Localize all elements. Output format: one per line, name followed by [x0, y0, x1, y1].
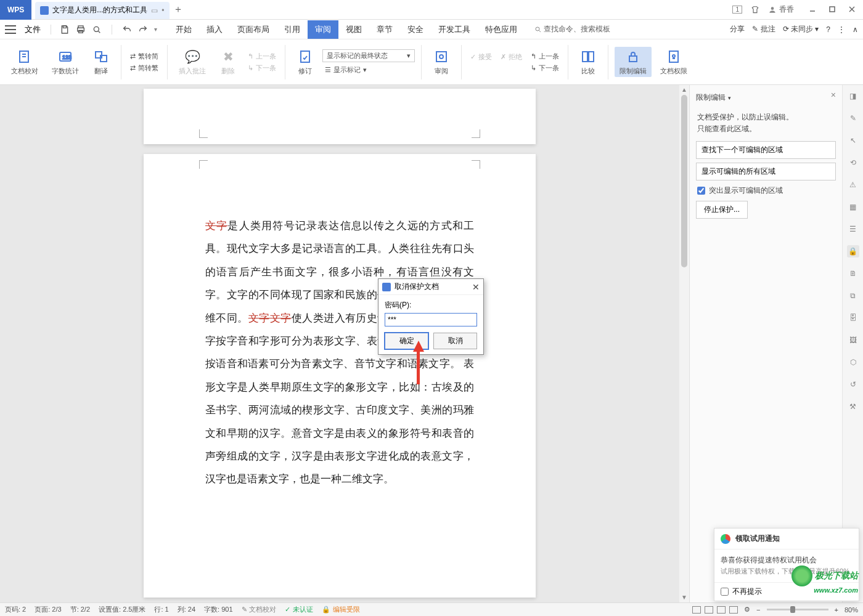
save-icon[interactable] — [60, 25, 70, 34]
ribbon-permissions[interactable]: 文档权限 — [655, 47, 692, 77]
maximize-button[interactable] — [828, 6, 837, 14]
ok-button[interactable]: 确定 — [385, 333, 428, 349]
menu-more-icon[interactable]: ⋮ — [838, 25, 845, 34]
dialog-titlebar[interactable]: 取消保护文档 ✕ — [378, 279, 483, 295]
scroll-down-icon[interactable]: ▼ — [679, 593, 689, 602]
show-all-regions-button[interactable]: 显示可编辑的所有区域 — [696, 163, 836, 180]
stop-protection-button[interactable]: 停止保护... — [696, 201, 748, 219]
markup-view-dropdown[interactable]: 显示标记的最终状态▾ — [322, 49, 415, 62]
status-row[interactable]: 行: 1 — [154, 605, 168, 614]
settings-icon[interactable]: ⚙ — [744, 606, 750, 614]
badge-icon[interactable]: 1 — [732, 6, 742, 14]
status-page-no[interactable]: 页码: 2 — [5, 605, 26, 614]
ribbon-reject[interactable]: ✗ 拒绝 — [498, 52, 525, 62]
tab-reference[interactable]: 引用 — [277, 20, 308, 39]
user-avatar[interactable]: 香香 — [768, 4, 794, 15]
ribbon-show-markup[interactable]: ☰ 显示标记 ▾ — [322, 65, 415, 75]
status-setval[interactable]: 设置值: 2.5厘米 — [99, 605, 145, 614]
qa-dropdown-icon[interactable]: ▾ — [154, 26, 157, 33]
strip-pen-icon[interactable]: ✎ — [847, 112, 859, 124]
help-icon[interactable]: ? — [826, 25, 830, 34]
tab-close-icon[interactable]: • — [162, 6, 164, 15]
tab-view[interactable]: 视图 — [338, 20, 369, 39]
ribbon-next-change[interactable]: ↳ 下一条 — [528, 63, 562, 73]
ribbon-next-comment[interactable]: ↳ 下一条 — [245, 63, 279, 73]
app-badge[interactable]: WPS — [0, 0, 31, 20]
print-icon[interactable] — [76, 25, 86, 34]
undo-icon[interactable] — [122, 25, 132, 34]
zoom-slider[interactable] — [767, 609, 828, 610]
dialog-close-icon[interactable]: ✕ — [472, 282, 480, 292]
vertical-scrollbar[interactable]: ▲ ▼ — [679, 85, 689, 602]
ribbon-compare[interactable]: 比较 — [575, 47, 602, 77]
strip-cube-icon[interactable]: ⬡ — [847, 356, 859, 368]
panel-close-icon[interactable]: × — [831, 90, 836, 100]
strip-history-icon[interactable]: ↺ — [847, 378, 859, 391]
tab-insert[interactable]: 插入 — [199, 20, 230, 39]
strip-archive-icon[interactable]: 🗄 — [847, 312, 859, 324]
tab-review[interactable]: 审阅 — [308, 20, 338, 39]
tab-security[interactable]: 安全 — [400, 20, 431, 39]
ribbon-prev-change[interactable]: ↰ 上一条 — [528, 51, 562, 62]
ribbon-prev-comment[interactable]: ↰ 上一条 — [245, 51, 279, 62]
strip-tool-icon[interactable]: ⚒ — [847, 400, 859, 413]
strip-grid-icon[interactable]: ▦ — [847, 201, 859, 213]
close-button[interactable] — [848, 6, 857, 14]
skin-icon[interactable] — [751, 6, 759, 14]
tab-layout[interactable]: 页面布局 — [230, 20, 277, 39]
strip-image-icon[interactable]: 🖼 — [847, 334, 859, 346]
collapse-ribbon-icon[interactable]: ∧ — [853, 25, 858, 34]
zoom-out-icon[interactable]: − — [756, 606, 760, 614]
status-words[interactable]: 字数: 901 — [204, 605, 232, 614]
minimize-button[interactable] — [809, 6, 817, 14]
status-col[interactable]: 列: 24 — [178, 605, 195, 614]
cancel-button[interactable]: 取消 — [433, 333, 477, 349]
tab-start[interactable]: 开始 — [168, 20, 199, 39]
redo-icon[interactable] — [138, 25, 148, 34]
tab-menu-icon[interactable]: ▭ — [151, 6, 158, 15]
view-web-icon[interactable] — [717, 606, 726, 614]
strip-lock-icon[interactable]: 🔒 — [847, 245, 859, 257]
highlight-regions-checkbox[interactable]: 突出显示可编辑的区域 — [697, 185, 835, 196]
scroll-up-icon[interactable]: ▲ — [679, 85, 689, 95]
strip-doc-icon[interactable]: 🗎 — [847, 267, 859, 280]
status-restricted[interactable]: 🔒 编辑受限 — [322, 605, 360, 614]
strip-refresh-icon[interactable]: ⟲ — [847, 156, 859, 169]
annotate-button[interactable]: ✎ 批注 — [752, 24, 775, 34]
strip-link-icon[interactable]: ⧉ — [847, 290, 859, 302]
tab-special[interactable]: 特色应用 — [478, 20, 525, 39]
strip-list-icon[interactable]: ☰ — [847, 223, 859, 235]
tab-devtools[interactable]: 开发工具 — [431, 20, 478, 39]
ribbon-delete[interactable]: ✖ 删除 — [215, 47, 242, 77]
ribbon-track[interactable]: 修订 — [292, 47, 319, 77]
find-next-region-button[interactable]: 查找下一个可编辑的区域 — [696, 141, 836, 159]
status-proof[interactable]: ✎ 文档校对 — [242, 605, 276, 614]
ribbon-insert-comment[interactable]: 💬 插入批注 — [174, 47, 211, 77]
ribbon-proofread[interactable]: 文档校对 — [6, 47, 43, 77]
tab-section[interactable]: 章节 — [369, 20, 400, 39]
ribbon-review-pane[interactable]: 审阅 — [428, 47, 455, 77]
view-mode-icons[interactable] — [692, 606, 738, 614]
share-button[interactable]: 分享 — [730, 24, 745, 34]
sync-button[interactable]: ⟳ 未同步 ▾ — [783, 24, 819, 34]
no-remind-checkbox[interactable] — [721, 588, 729, 596]
view-outline-icon[interactable] — [705, 606, 713, 614]
ribbon-restrict-edit[interactable]: 限制编辑 — [615, 47, 652, 77]
zoom-in-icon[interactable]: + — [835, 606, 838, 614]
document-viewport[interactable]: 文字是人类用符号记录表达信息以传之久远的方式和工具。现代文字大多是记录语言的工具… — [0, 85, 679, 602]
preview-icon[interactable] — [92, 25, 102, 34]
file-menu[interactable]: 文件 — [20, 24, 46, 35]
strip-warning-icon[interactable]: ⚠ — [847, 179, 859, 191]
ribbon-simp2trad[interactable]: ⇄ 繁转简 — [128, 51, 161, 62]
scroll-thumb[interactable] — [681, 95, 687, 267]
search-commands[interactable]: 查找命令、搜索模板 — [534, 24, 610, 34]
ribbon-accept[interactable]: ✓ 接受 — [468, 52, 494, 62]
view-read-icon[interactable] — [729, 606, 738, 614]
strip-toggle-icon[interactable]: ◨ — [847, 90, 859, 102]
status-section[interactable]: 节: 2/2 — [70, 605, 90, 614]
password-input[interactable] — [385, 313, 477, 326]
strip-select-icon[interactable]: ↖ — [847, 134, 859, 147]
ribbon-wordcount[interactable]: 123 字数统计 — [47, 47, 84, 77]
status-page[interactable]: 页面: 2/3 — [35, 605, 61, 614]
new-tab-button[interactable]: ＋ — [170, 3, 187, 16]
